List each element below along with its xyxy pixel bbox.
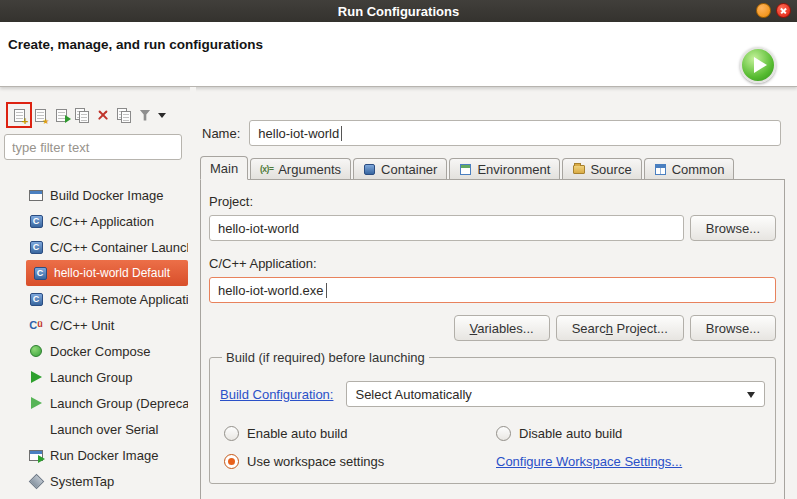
tab-arguments[interactable]: Arguments xyxy=(250,158,351,179)
new-configuration-icon[interactable] xyxy=(10,106,28,124)
c-cpp-container-icon xyxy=(28,239,44,255)
radio-label: Disable auto build xyxy=(519,426,622,441)
radio-unchecked-icon xyxy=(496,426,511,441)
c-cpp-icon xyxy=(28,213,44,229)
text-caret xyxy=(341,126,342,141)
project-row: hello-iot-world Browse... xyxy=(209,215,776,241)
configurations-tree: Build Docker Image C/C++ Application C/C… xyxy=(0,182,190,494)
tree-item-label: Launch Group (Deprecated) xyxy=(50,396,188,411)
variables-button[interactable]: Variables... xyxy=(454,315,550,341)
tab-container[interactable]: Container xyxy=(353,158,447,179)
chevron-down-icon[interactable] xyxy=(158,113,166,118)
browse-project-button[interactable]: Browse... xyxy=(690,215,776,241)
docker-compose-icon xyxy=(28,343,44,359)
tree-item-c-application[interactable]: C/C++ Application xyxy=(26,208,188,234)
chevron-down-icon xyxy=(747,392,755,398)
tab-common[interactable]: Common xyxy=(644,158,735,179)
configurations-toolbar xyxy=(0,87,190,125)
tree-item-launch-over-serial[interactable]: Launch over Serial xyxy=(26,416,188,442)
tree-item-build-docker-image[interactable]: Build Docker Image xyxy=(26,182,188,208)
close-icon[interactable] xyxy=(776,3,791,18)
project-value: hello-iot-world xyxy=(218,221,299,236)
project-label: Project: xyxy=(209,194,776,209)
name-row: Name: hello-iot-world xyxy=(202,120,781,146)
tree-item-c-unit[interactable]: C/C++ Unit xyxy=(26,312,188,338)
radio-unchecked-icon xyxy=(224,426,239,441)
tab-label: Environment xyxy=(477,162,550,177)
enable-auto-build-radio[interactable]: Enable auto build xyxy=(224,426,496,441)
disable-auto-build-radio[interactable]: Disable auto build xyxy=(496,426,765,441)
blank-icon xyxy=(28,421,44,437)
tab-main[interactable]: Main xyxy=(200,156,248,180)
name-value: hello-iot-world xyxy=(258,126,339,141)
export-configurations-icon[interactable] xyxy=(52,106,70,124)
tree-item-c-container-launcher[interactable]: C/C++ Container Launcher xyxy=(26,234,188,260)
dialog-body: Build Docker Image C/C++ Application C/C… xyxy=(0,87,797,499)
source-icon xyxy=(573,165,585,174)
tab-environment[interactable]: Environment xyxy=(449,158,560,179)
run-configurations-dialog: Run Configurations Create, manage, and r… xyxy=(0,0,797,499)
tree-item-label: C/C++ Unit xyxy=(50,318,114,333)
browse-application-button[interactable]: Browse... xyxy=(690,315,776,341)
application-label: C/C++ Application: xyxy=(209,256,776,271)
tree-item-systemtap[interactable]: SystemTap xyxy=(26,468,188,494)
build-configuration-select[interactable]: Select Automatically xyxy=(346,381,765,407)
banner-title: Create, manage, and run configurations xyxy=(8,37,263,52)
tab-content-main: Project: hello-iot-world Browse... C/C++… xyxy=(200,179,785,499)
tree-item-label: C/C++ Container Launcher xyxy=(50,240,188,255)
titlebar[interactable]: Run Configurations xyxy=(0,0,797,22)
tree-item-launch-group-deprecated[interactable]: Launch Group (Deprecated) xyxy=(26,390,188,416)
launch-group-icon xyxy=(28,369,44,385)
tree-item-hello-iot-world-default[interactable]: hello-iot-world Default xyxy=(26,260,188,286)
delete-icon[interactable] xyxy=(94,106,112,124)
filter-icon[interactable] xyxy=(136,106,154,124)
launch-group-deprecated-icon xyxy=(28,395,44,411)
tree-item-run-docker-image[interactable]: Run Docker Image xyxy=(26,442,188,468)
window-controls xyxy=(756,3,791,18)
tab-source[interactable]: Source xyxy=(562,158,641,179)
build-configuration-link[interactable]: Build Configuration: xyxy=(220,387,333,402)
tab-label: Container xyxy=(381,162,437,177)
tree-item-docker-compose[interactable]: Docker Compose xyxy=(26,338,188,364)
arguments-icon xyxy=(260,163,273,176)
search-project-button[interactable]: Search Project... xyxy=(556,315,684,341)
project-input[interactable]: hello-iot-world xyxy=(209,215,684,241)
container-icon xyxy=(364,164,375,175)
c-cpp-unit-icon xyxy=(28,317,44,333)
tree-item-label: Launch Group xyxy=(50,370,132,385)
tree-item-c-remote-application[interactable]: C/C++ Remote Application xyxy=(26,286,188,312)
window-title: Run Configurations xyxy=(338,4,459,19)
configure-workspace-settings-link[interactable]: Configure Workspace Settings... xyxy=(496,454,765,469)
collapse-all-icon[interactable] xyxy=(115,106,133,124)
minimize-icon[interactable] xyxy=(756,3,771,18)
c-cpp-remote-icon xyxy=(28,291,44,307)
duplicate-icon[interactable] xyxy=(73,106,91,124)
tree-item-label: C/C++ Remote Application xyxy=(50,292,188,307)
tab-label: Main xyxy=(210,161,238,176)
common-icon xyxy=(655,164,666,175)
play-triangle xyxy=(754,57,767,73)
systemtap-icon xyxy=(28,473,44,489)
filter-input[interactable] xyxy=(4,134,182,160)
text-caret xyxy=(326,283,327,298)
launch-types-panel: Build Docker Image C/C++ Application C/C… xyxy=(0,87,190,499)
application-value: hello-iot-world.exe xyxy=(218,283,324,298)
dialog-banner: Create, manage, and run configurations xyxy=(0,22,797,87)
radio-label: Use workspace settings xyxy=(247,454,384,469)
environment-icon xyxy=(460,164,471,175)
application-buttons-row: Variables... Search Project... Browse... xyxy=(209,315,776,341)
use-workspace-settings-radio[interactable]: Use workspace settings xyxy=(224,454,496,469)
application-input[interactable]: hello-iot-world.exe xyxy=(209,277,776,303)
tree-item-label: hello-iot-world Default xyxy=(54,266,170,280)
c-cpp-icon xyxy=(32,265,48,281)
name-label: Name: xyxy=(202,126,240,141)
run-play-icon xyxy=(740,47,776,83)
name-input[interactable]: hello-iot-world xyxy=(249,120,781,146)
radio-checked-icon xyxy=(224,454,239,469)
configuration-detail-panel: Name: hello-iot-world Main Arguments Con… xyxy=(196,87,797,499)
tree-item-launch-group[interactable]: Launch Group xyxy=(26,364,188,390)
tab-bar: Main Arguments Container Environment Sou… xyxy=(200,156,797,179)
combo-selected-value: Select Automatically xyxy=(355,387,471,402)
radio-label: Enable auto build xyxy=(247,426,347,441)
new-prototype-icon[interactable] xyxy=(31,106,49,124)
